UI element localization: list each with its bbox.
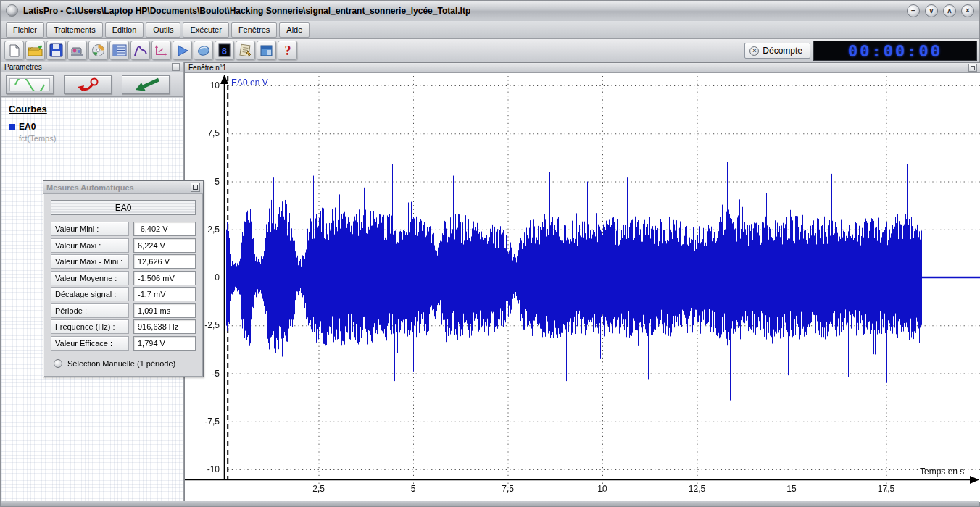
- save-button[interactable]: [46, 41, 66, 60]
- measurement-row: Valeur Maxi - Mini :12,626 V: [51, 254, 196, 269]
- menu-item-traitements[interactable]: Traitements: [46, 22, 103, 38]
- manual-selection-radio[interactable]: Sélection Manuelle (1 période): [54, 359, 175, 368]
- channel-selector-button[interactable]: EA0: [51, 200, 196, 215]
- courbes-heading: Courbes: [9, 104, 175, 114]
- x-tick-label: 10: [597, 484, 607, 494]
- open-folder-icon: [28, 44, 43, 57]
- menu-item-outils[interactable]: Outils: [146, 22, 180, 38]
- measurement-label: Valeur Efficace :: [51, 336, 129, 351]
- cd-button[interactable]: [88, 41, 108, 60]
- mesures-automatiques-dialog[interactable]: Mesures Automatiques EA0 Valeur Mini :-6…: [43, 180, 204, 377]
- x-tick-label: 7,5: [502, 484, 514, 494]
- green-arrow-button[interactable]: [122, 75, 170, 94]
- measurement-label: Valeur Maxi - Mini :: [51, 254, 129, 269]
- new-file-icon: [7, 43, 22, 58]
- menu-item-aide[interactable]: Aide: [279, 22, 310, 38]
- menu-item-executer[interactable]: Exécuter: [183, 22, 228, 38]
- parametres-title: Paramètres: [4, 63, 42, 71]
- menu-item-edition[interactable]: Edition: [105, 22, 144, 38]
- seven-segment-display-button[interactable]: 8: [215, 41, 234, 60]
- y-tick-label: -10: [186, 464, 220, 474]
- measurement-row: Décalage signal :-1,7 mV: [51, 287, 196, 301]
- menu-bar: FichierTraitementsEditionOutilsExécuterF…: [1, 21, 979, 39]
- decompte-toggle[interactable]: × Décompte: [744, 43, 810, 59]
- y-tick-label: 10: [186, 80, 220, 91]
- measurement-value: -1,7 mV: [133, 287, 196, 301]
- parametres-toolbar: [1, 72, 183, 97]
- x-tick-label: 17,5: [878, 484, 894, 494]
- waveform-canvas: [185, 73, 980, 502]
- open-folder-button[interactable]: [25, 41, 45, 60]
- x-axis-label: Temps en s: [920, 466, 964, 477]
- green-arrow-icon: [130, 77, 162, 92]
- minimize-button[interactable]: −: [907, 4, 920, 17]
- chart-window: Fenêtre n°1 EA0 en V Temps en s 107,552,…: [184, 62, 980, 503]
- measurement-label: Valeur Maxi :: [51, 238, 129, 253]
- table-icon: [112, 44, 127, 56]
- curve-name: EA0: [19, 122, 36, 132]
- sine-wave-icon: [9, 78, 50, 91]
- notepad-button[interactable]: [236, 41, 255, 60]
- close-square-icon: [193, 185, 198, 190]
- measurement-row: Valeur Mini :-6,402 V: [51, 222, 196, 236]
- measurement-label: Décalage signal :: [51, 287, 129, 301]
- x-tick-label: 15: [786, 484, 796, 494]
- timer-digits: 00:00:00: [848, 42, 942, 60]
- measurement-value: 1,091 ms: [133, 303, 196, 318]
- measurement-value: 916,638 Hz: [133, 319, 196, 334]
- measurement-value: 12,626 V: [133, 254, 196, 269]
- svg-text:8: 8: [222, 46, 228, 56]
- chart-window-button[interactable]: [968, 64, 977, 72]
- parametres-panel-button[interactable]: [172, 63, 180, 71]
- play-icon: [176, 44, 189, 57]
- x-tick-label: 12,5: [689, 484, 705, 494]
- expand-button[interactable]: ∧: [943, 4, 956, 17]
- new-file-button[interactable]: [4, 41, 24, 60]
- measurement-value: -1,506 mV: [133, 271, 196, 285]
- y-axis-label: EA0 en V: [231, 77, 268, 88]
- cd-icon: [91, 43, 105, 57]
- red-curved-arrow-icon: [73, 77, 102, 92]
- parametres-title-bar: Paramètres: [1, 62, 183, 72]
- curve-legend-item[interactable]: EA0: [9, 122, 175, 132]
- window-button[interactable]: [257, 41, 276, 60]
- toolbar-buttons: 8?: [4, 41, 299, 60]
- plot-area[interactable]: EA0 en V Temps en s 107,552,50-2,5-5-7,5…: [185, 73, 980, 502]
- window-title: LatisPro - C:\Users\Laptop HP\Documents\…: [23, 6, 470, 16]
- sine-curve-button[interactable]: [6, 75, 54, 94]
- play-button[interactable]: [173, 41, 192, 60]
- x-tick-label: 5: [411, 484, 416, 494]
- radio-circle-icon: [54, 359, 62, 368]
- table-button[interactable]: [109, 41, 129, 60]
- collapse-button[interactable]: ∨: [925, 4, 938, 17]
- app-logo-icon: [6, 4, 18, 17]
- help-button[interactable]: ?: [278, 41, 297, 60]
- chart-window-title: Fenêtre n°1: [188, 64, 226, 72]
- curve-function: fct(Temps): [19, 134, 175, 143]
- y-tick-label: -7,5: [186, 416, 220, 427]
- axes-button[interactable]: [151, 41, 171, 60]
- title-bar: LatisPro - C:\Users\Laptop HP\Documents\…: [1, 1, 979, 20]
- curve-button[interactable]: [130, 41, 150, 60]
- save-icon: [49, 43, 63, 57]
- close-button[interactable]: ×: [961, 4, 974, 17]
- latispro-app: LatisPro - C:\Users\Laptop HP\Documents\…: [0, 0, 980, 507]
- dialog-title-bar[interactable]: Mesures Automatiques: [43, 181, 203, 194]
- mouse-button[interactable]: [194, 41, 213, 60]
- timer-display: 00:00:00: [813, 41, 977, 61]
- red-refresh-arrow-button[interactable]: [64, 75, 112, 94]
- measurement-label: Fréquence (Hz) :: [51, 319, 129, 334]
- curve-icon: [133, 44, 148, 57]
- dialog-close-button[interactable]: [191, 183, 200, 192]
- measurement-value: 1,794 V: [133, 336, 196, 351]
- measurement-row: Fréquence (Hz) :916,638 Hz: [51, 319, 196, 334]
- mouse-icon: [197, 44, 210, 56]
- acquisition-interface-button[interactable]: [67, 41, 87, 60]
- acquisition-interface-icon: [70, 44, 85, 57]
- x-tick-label: 2,5: [312, 484, 325, 494]
- menu-item-fichier[interactable]: Fichier: [6, 22, 44, 38]
- svg-text:?: ?: [284, 43, 291, 57]
- y-tick-label: 7,5: [186, 128, 220, 138]
- menu-item-fenetres[interactable]: Fenêtres: [231, 22, 277, 38]
- toolbar: 8? × Décompte 00:00:00: [1, 39, 979, 62]
